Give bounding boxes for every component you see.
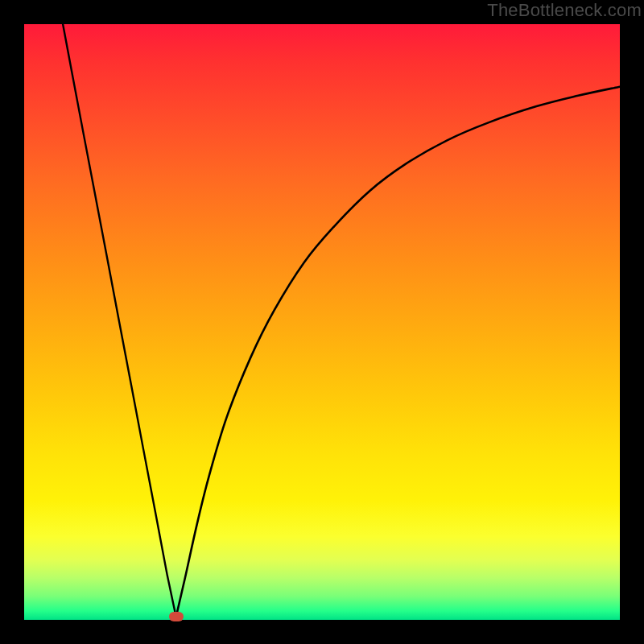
watermark-text: TheBottleneck.com: [487, 0, 642, 21]
plot-area: [24, 24, 620, 620]
curve-right: [176, 87, 620, 617]
chart-frame: TheBottleneck.com: [0, 0, 644, 644]
minimum-marker: [169, 612, 184, 621]
curve-svg: [24, 24, 620, 620]
curve-left: [63, 24, 176, 617]
